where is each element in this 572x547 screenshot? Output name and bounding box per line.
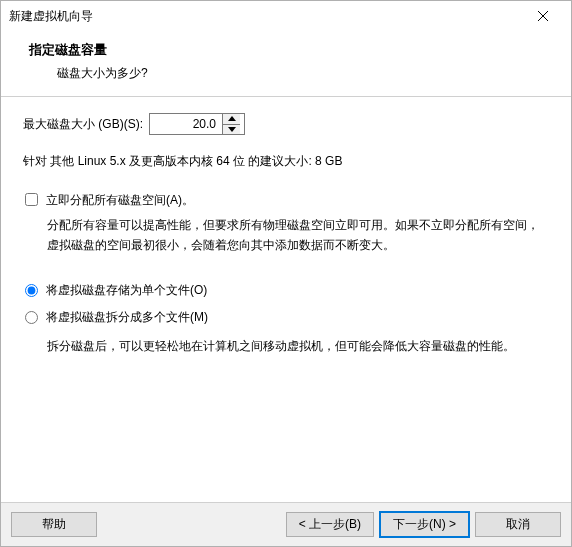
header-subtitle: 磁盘大小为多少?	[29, 65, 543, 82]
store-single-row[interactable]: 将虚拟磁盘存储为单个文件(O)	[23, 282, 549, 299]
recommendation-text: 针对 其他 Linux 5.x 及更高版本内核 64 位 的建议大小: 8 GB	[23, 153, 549, 170]
titlebar: 新建虚拟机向导	[1, 1, 571, 31]
allocate-now-label: 立即分配所有磁盘空间(A)。	[46, 192, 194, 209]
store-single-radio[interactable]	[25, 284, 38, 297]
back-button[interactable]: < 上一步(B)	[286, 512, 374, 537]
header-title: 指定磁盘容量	[29, 41, 543, 59]
disk-size-input[interactable]	[150, 114, 222, 134]
close-button[interactable]	[523, 3, 563, 29]
allocate-now-desc: 分配所有容量可以提高性能，但要求所有物理磁盘空间立即可用。如果不立即分配所有空间…	[47, 215, 549, 256]
window-title: 新建虚拟机向导	[9, 8, 523, 25]
cancel-button[interactable]: 取消	[475, 512, 561, 537]
help-button[interactable]: 帮助	[11, 512, 97, 537]
chevron-down-icon	[228, 127, 236, 132]
allocate-now-checkbox[interactable]	[25, 193, 38, 206]
wizard-content: 最大磁盘大小 (GB)(S): 针对 其他 Linux 5.x 及更高版本内核 …	[1, 97, 571, 502]
store-split-label: 将虚拟磁盘拆分成多个文件(M)	[46, 309, 208, 326]
close-icon	[538, 11, 549, 22]
store-split-desc: 拆分磁盘后，可以更轻松地在计算机之间移动虚拟机，但可能会降低大容量磁盘的性能。	[47, 336, 549, 356]
allocate-now-row[interactable]: 立即分配所有磁盘空间(A)。	[23, 192, 549, 209]
wizard-header: 指定磁盘容量 磁盘大小为多少?	[1, 31, 571, 94]
wizard-footer: 帮助 < 上一步(B) 下一步(N) > 取消	[1, 502, 571, 546]
wizard-window: 新建虚拟机向导 指定磁盘容量 磁盘大小为多少? 最大磁盘大小 (GB)(S): …	[0, 0, 572, 547]
next-button[interactable]: 下一步(N) >	[380, 512, 469, 537]
spinner-down[interactable]	[223, 125, 240, 135]
spinner-buttons	[222, 114, 240, 134]
store-split-radio[interactable]	[25, 311, 38, 324]
store-single-label: 将虚拟磁盘存储为单个文件(O)	[46, 282, 207, 299]
disk-size-row: 最大磁盘大小 (GB)(S):	[23, 113, 549, 135]
store-split-row[interactable]: 将虚拟磁盘拆分成多个文件(M)	[23, 309, 549, 326]
chevron-up-icon	[228, 116, 236, 121]
spinner-up[interactable]	[223, 114, 240, 125]
disk-size-label: 最大磁盘大小 (GB)(S):	[23, 116, 143, 133]
disk-size-spinner[interactable]	[149, 113, 245, 135]
